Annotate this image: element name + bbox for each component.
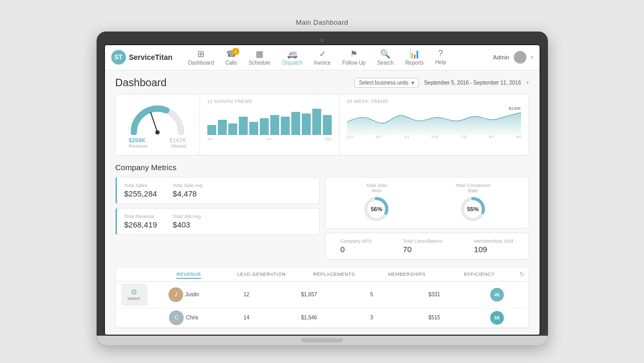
bottom-metrics-card: Company NPS 0 Total Cancellations 70 Mem… — [325, 233, 529, 260]
gauge-chart — [129, 101, 186, 135]
dash-header: Dashboard Select business units ▾ Septem… — [115, 77, 529, 89]
tab-revenue[interactable]: REVENUE — [153, 272, 225, 277]
trend26-value: $130K — [509, 106, 521, 111]
cell-avatar-chris: C Chris — [153, 310, 215, 325]
refresh-button[interactable]: ↻ — [516, 271, 529, 278]
tab-memberships[interactable]: MEMBERSHIPS — [371, 272, 443, 277]
nav-label-help: Help — [435, 59, 446, 65]
nav-item-calls[interactable]: ☎ Calls 1 — [220, 47, 242, 68]
efficiency-badge-chris: 58 — [490, 311, 504, 325]
svg-line-0 — [151, 112, 157, 132]
laptop-screen: ST ServiceTitan ⊞ Dashboard ☎ Calls 1 ▦ … — [104, 44, 541, 336]
metric-total-job-avg: Total Job Avg $403 — [173, 214, 200, 229]
row-data-chris: C Chris 14 $1,546 3 $515 58 — [153, 310, 529, 325]
metric-card-1: Total Sales $255,284 Total Sale Avg $4,4… — [115, 177, 320, 204]
cell-replacements-justin: 5 — [340, 287, 403, 302]
row-type-col: ⚙ MAINT — [116, 284, 153, 306]
metrics-right-circles: Total JobsWon 56% — [325, 177, 529, 229]
row-data-justin: J Justin 12 $1,657 5 $331 45 — [153, 287, 529, 302]
wave-x-labels: 1/10 4/17 5/1 5/15 7/10 8/7 9/4 — [347, 135, 521, 139]
nav-item-reports[interactable]: 📊 Reports — [400, 47, 429, 68]
wave-chart: $130K — [347, 106, 521, 135]
metric-total-cancellations: Total Cancellations 70 — [403, 238, 443, 254]
cell-memberships-justin: $331 — [403, 287, 466, 302]
trend12-label: 12 MONTH TREND — [207, 99, 332, 104]
tab-replacements[interactable]: REPLACEMENTS — [298, 272, 370, 277]
gauge-revenue-sub: Revenue — [129, 143, 147, 149]
nav-item-invoice[interactable]: ✓ Invoice — [309, 47, 336, 68]
tab-efficiency[interactable]: EFFICIENCY — [443, 272, 515, 277]
maint-icon: ⚙ — [131, 288, 138, 296]
nav-item-followup[interactable]: ⚑ Follow Up — [337, 47, 371, 68]
business-unit-select[interactable]: Select business units ▾ — [354, 78, 419, 88]
select-bu-chevron: ▾ — [411, 80, 414, 86]
page-title: Main Dashboard — [296, 18, 349, 26]
followup-icon: ⚑ — [350, 49, 357, 59]
nav-right: Admin ▾ — [493, 51, 533, 64]
cell-replacements-chris: 3 — [340, 310, 403, 325]
nav-item-schedule[interactable]: ▦ Schedule — [244, 47, 276, 68]
bar — [218, 120, 227, 134]
bar — [228, 123, 237, 135]
cell-revenue-chris: 14 — [215, 310, 278, 325]
gauge-section: $268K Revenue $147K Missed — [116, 95, 200, 155]
admin-label: Admin — [493, 54, 509, 60]
invoice-icon: ✓ — [319, 49, 326, 59]
avatar-chris: C — [169, 310, 184, 325]
metrics-grid: Total Sales $255,284 Total Sale Avg $4,4… — [115, 177, 529, 260]
gauge-missed: $147K — [170, 137, 186, 143]
date-range-chevron[interactable]: ▾ — [526, 80, 529, 85]
trend26-label: 26 WEEK TREND — [347, 99, 521, 104]
cell-leadgen-chris: $1,546 — [278, 310, 340, 325]
conversion-donut: 55% — [459, 195, 487, 223]
search-icon: 🔍 — [380, 49, 390, 59]
logo-icon: ST — [111, 50, 126, 65]
nav-label-search: Search — [377, 60, 394, 66]
charts-row: $268K Revenue $147K Missed 12 MONTH TREN… — [115, 94, 529, 155]
logo-text: ServiceTitan — [129, 53, 173, 61]
admin-chevron-icon[interactable]: ▾ — [531, 55, 533, 60]
total-cancellations-label: Total Cancellations — [403, 238, 443, 244]
bar — [323, 115, 332, 135]
bars-container — [207, 106, 332, 135]
nav-item-help[interactable]: ? Help — [430, 47, 451, 68]
cell-revenue-justin: 12 — [215, 287, 278, 302]
dashboard-content: Dashboard Select business units ▾ Septem… — [105, 70, 540, 335]
jobs-won-value: 56% — [363, 195, 390, 223]
bar — [207, 125, 216, 135]
table-header: REVENUE LEAD GENERATION REPLACEMENTS MEM… — [116, 267, 529, 282]
nav-label-calls: Calls — [225, 60, 237, 66]
bar — [270, 115, 279, 135]
nav-label-dispatch: Dispatch — [282, 60, 302, 66]
tab-cols: REVENUE LEAD GENERATION REPLACEMENTS MEM… — [153, 272, 516, 277]
total-job-avg-label: Total Job Avg — [173, 214, 200, 219]
section-title-company-metrics: Company Metrics — [115, 163, 529, 172]
bar — [302, 113, 311, 135]
circle-jobs-won: Total JobsWon 56% — [363, 183, 390, 223]
nav-item-dispatch[interactable]: 🚐 Dispatch — [277, 47, 308, 68]
total-sale-avg-value: $4,478 — [173, 189, 203, 198]
laptop-frame: ST ServiceTitan ⊞ Dashboard ☎ Calls 1 ▦ … — [97, 32, 548, 345]
svg-point-1 — [155, 130, 160, 134]
conversion-label: Total ConversionRate — [455, 183, 490, 193]
bar — [249, 122, 258, 135]
camera-dot — [321, 39, 324, 42]
tab-lead-generation[interactable]: LEAD GENERATION — [225, 272, 298, 277]
nav-items: ⊞ Dashboard ☎ Calls 1 ▦ Schedule 🚐 Dispa… — [183, 47, 493, 68]
gauge-revenue: $268K — [129, 137, 147, 143]
total-job-avg-value: $403 — [173, 220, 200, 229]
bar — [260, 118, 269, 134]
nav-label-reports: Reports — [405, 60, 424, 66]
nav-item-search[interactable]: 🔍 Search — [372, 47, 399, 68]
bar — [281, 117, 290, 134]
metrics-left: Total Sales $255,284 Total Sale Avg $4,4… — [115, 177, 320, 260]
gauge-missed-sub: Missed — [170, 143, 186, 149]
bar — [312, 109, 321, 135]
maint-badge: ⚙ MAINT — [121, 284, 147, 306]
laptop-notch — [301, 338, 343, 343]
total-sale-avg-label: Total Sale Avg — [173, 183, 203, 188]
metric-total-revenue: Total Revenue $268,419 — [124, 214, 157, 229]
nav-item-dashboard[interactable]: ⊞ Dashboard — [183, 47, 219, 68]
total-revenue-value: $268,419 — [124, 220, 157, 229]
name-justin: Justin — [185, 292, 199, 297]
